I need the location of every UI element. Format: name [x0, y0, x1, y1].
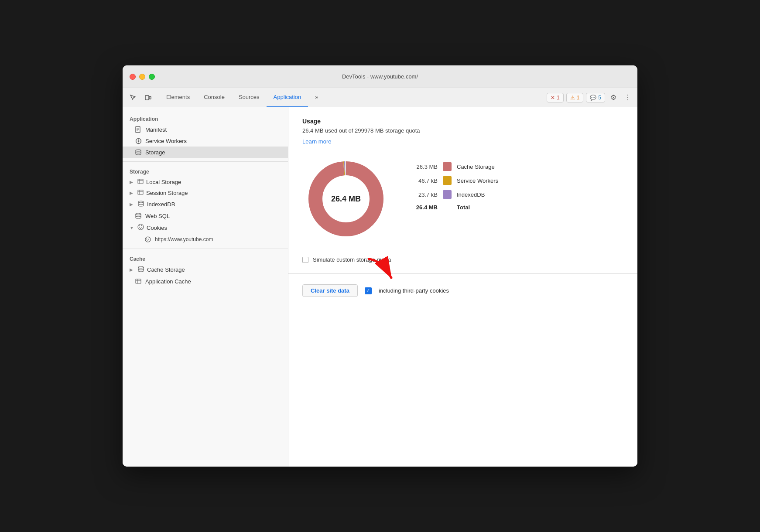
- tab-application[interactable]: Application: [267, 88, 308, 107]
- more-options-icon[interactable]: ⋮: [622, 92, 634, 103]
- sidebar-item-service-workers[interactable]: Service Workers: [123, 135, 288, 147]
- web-sql-icon: [135, 212, 142, 219]
- device-toolbar-button[interactable]: [141, 91, 155, 105]
- sidebar-cache-section-title: Cache: [123, 252, 288, 264]
- clear-section: Clear site data ✓ including third-party …: [302, 284, 623, 297]
- traffic-lights: [130, 74, 155, 80]
- legend-row-sw: 46.7 kB Service Workers: [407, 176, 498, 185]
- legend-row-idb: 23.7 kB IndexedDB: [407, 190, 498, 199]
- sidebar-item-session-storage[interactable]: ▶ Session Storage: [123, 188, 288, 198]
- cache-storage-label: Cache Storage: [147, 266, 185, 273]
- svg-point-7: [137, 140, 139, 142]
- learn-more-link[interactable]: Learn more: [302, 138, 331, 145]
- close-button[interactable]: [130, 74, 136, 80]
- settings-icon[interactable]: ⚙: [608, 92, 619, 103]
- panel-divider: [288, 273, 637, 274]
- svg-rect-13: [138, 179, 143, 184]
- message-badge[interactable]: 💬 5: [586, 93, 605, 102]
- manifest-label: Manifest: [145, 126, 167, 133]
- cookies-label: Cookies: [147, 225, 167, 231]
- cookie-url-label: https://www.youtube.com: [155, 236, 213, 242]
- app-cache-icon: [135, 278, 142, 285]
- web-sql-label: Web SQL: [145, 213, 170, 219]
- simulate-checkbox[interactable]: [302, 257, 308, 263]
- legend-total-label: Total: [457, 204, 470, 211]
- error-badge[interactable]: ✕ 1: [547, 93, 564, 102]
- svg-point-20: [136, 213, 141, 215]
- storage-label: Storage: [145, 149, 165, 156]
- svg-point-28: [145, 237, 151, 242]
- sidebar-item-cookies[interactable]: ▼ Cookies: [123, 222, 288, 234]
- svg-rect-1: [149, 96, 151, 99]
- svg-point-24: [139, 227, 140, 228]
- tab-list: Elements Console Sources Application »: [159, 88, 325, 107]
- svg-rect-35: [136, 279, 141, 283]
- legend-row-total: 26.4 MB Total: [407, 204, 498, 211]
- sidebar-item-indexeddb[interactable]: ▶ IndexedDB: [123, 198, 288, 210]
- svg-point-12: [136, 150, 141, 151]
- svg-rect-0: [145, 95, 149, 100]
- chevron-right-icon-4: ▶: [130, 267, 135, 272]
- indexeddb-icon: [137, 201, 144, 208]
- window-title: DevTools - www.youtube.com/: [342, 73, 418, 80]
- svg-point-32: [148, 239, 149, 240]
- sidebar-item-storage[interactable]: Storage: [123, 147, 288, 158]
- manifest-icon: [135, 126, 142, 133]
- third-party-checkbox[interactable]: ✓: [365, 287, 372, 294]
- sidebar-item-youtube-cookies[interactable]: https://www.youtube.com: [123, 234, 288, 245]
- donut-center-label: 26.4 MB: [331, 194, 361, 204]
- msg-count: 5: [598, 95, 601, 101]
- svg-point-22: [139, 225, 140, 226]
- svg-point-30: [148, 238, 149, 239]
- inspect-element-button[interactable]: [126, 91, 140, 105]
- local-storage-label: Local Storage: [146, 179, 181, 185]
- sidebar-item-manifest[interactable]: Manifest: [123, 124, 288, 135]
- svg-point-31: [146, 239, 147, 240]
- session-storage-label: Session Storage: [146, 190, 188, 196]
- simulate-row: Simulate custom storage quota: [302, 256, 623, 263]
- red-arrow-annotation: [359, 255, 398, 285]
- chevron-right-icon-2: ▶: [130, 191, 135, 195]
- msg-icon: 💬: [590, 95, 596, 101]
- app-cache-label: Application Cache: [145, 278, 191, 285]
- maximize-button[interactable]: [149, 74, 155, 80]
- warn-icon: ⚠: [570, 95, 575, 101]
- service-workers-icon: [135, 137, 142, 144]
- toolbar: Elements Console Sources Application » ✕…: [123, 88, 637, 107]
- chevron-down-icon: ▼: [130, 225, 135, 230]
- svg-point-21: [138, 224, 144, 230]
- legend-cache-swatch: [443, 162, 452, 171]
- sidebar-item-local-storage[interactable]: ▶ Local Storage: [123, 177, 288, 188]
- error-icon: ✕: [551, 95, 555, 101]
- tab-more[interactable]: »: [308, 88, 325, 107]
- chevron-right-icon: ▶: [130, 180, 135, 184]
- legend-sw-swatch: [443, 176, 452, 185]
- toolbar-right: ✕ 1 ⚠ 1 💬 5 ⚙ ⋮: [547, 92, 634, 103]
- sidebar-item-web-sql[interactable]: Web SQL: [123, 210, 288, 222]
- session-storage-icon: [137, 190, 144, 196]
- cookies-icon: [137, 224, 144, 232]
- legend-sw-label: Service Workers: [457, 177, 498, 184]
- svg-point-29: [147, 238, 147, 239]
- tab-console[interactable]: Console: [197, 88, 232, 107]
- cache-storage-icon: [137, 266, 144, 273]
- sidebar-storage-section-title: Storage: [123, 165, 288, 177]
- chart-legend: 26.3 MB Cache Storage 46.7 kB Service Wo…: [407, 155, 498, 211]
- checkmark-icon: ✓: [366, 288, 370, 293]
- svg-point-19: [138, 201, 144, 203]
- tab-sources[interactable]: Sources: [232, 88, 267, 107]
- legend-total-value: 26.4 MB: [407, 204, 438, 211]
- sidebar-separator-2: [123, 249, 288, 249]
- sidebar-item-cache-storage[interactable]: ▶ Cache Storage: [123, 264, 288, 276]
- storage-icon: [135, 149, 142, 156]
- legend-row-cache: 26.3 MB Cache Storage: [407, 162, 498, 171]
- tab-elements[interactable]: Elements: [159, 88, 197, 107]
- legend-cache-label: Cache Storage: [457, 164, 495, 170]
- minimize-button[interactable]: [139, 74, 145, 80]
- sidebar-item-app-cache[interactable]: Application Cache: [123, 276, 288, 287]
- chart-section: 26.4 MB 26.3 MB Cache Storage 46.7 kB Se…: [302, 155, 623, 242]
- chevron-right-icon-3: ▶: [130, 202, 135, 207]
- clear-site-data-button[interactable]: Clear site data: [302, 284, 358, 297]
- warning-badge[interactable]: ⚠ 1: [566, 93, 584, 102]
- sidebar-app-section-title: Application: [123, 113, 288, 124]
